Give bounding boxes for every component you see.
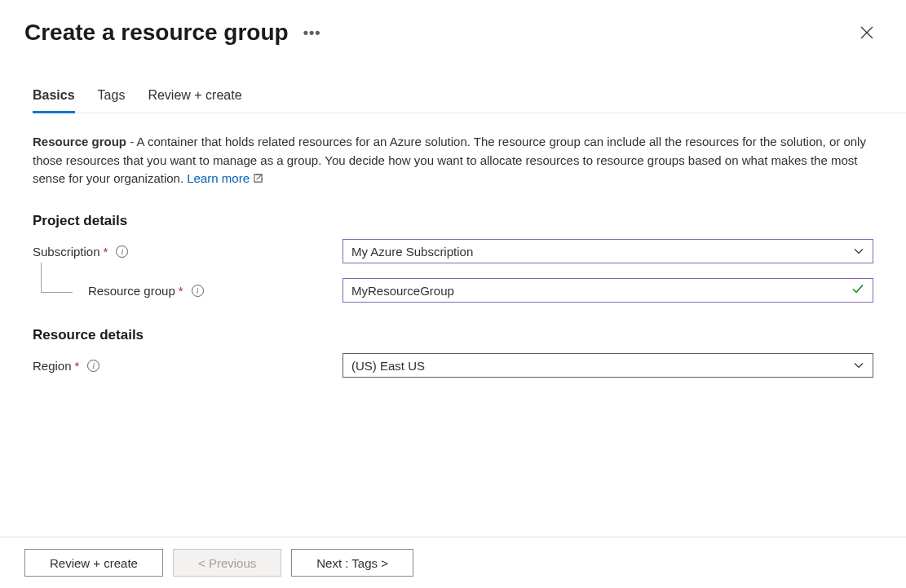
resource-details-heading: Resource details	[33, 327, 873, 343]
learn-more-link[interactable]: Learn more	[187, 171, 263, 185]
page-title-row: Create a resource group •••	[24, 20, 321, 46]
description-body: - A container that holds related resourc…	[33, 135, 866, 185]
subscription-row: Subscription * i My Azure Subscription	[33, 239, 873, 263]
page-title: Create a resource group	[24, 20, 289, 46]
resource-group-value: MyResourceGroup	[351, 284, 454, 298]
description-text: Resource group - A container that holds …	[33, 133, 873, 188]
ellipsis-icon[interactable]: •••	[303, 24, 321, 42]
required-asterisk: *	[75, 359, 80, 373]
subscription-select[interactable]: My Azure Subscription	[343, 239, 873, 263]
resource-group-row: Resource group * i MyResourceGroup	[33, 278, 873, 303]
required-asterisk: *	[104, 245, 108, 259]
region-value: (US) East US	[351, 359, 425, 373]
description-bold: Resource group	[33, 135, 126, 148]
resource-group-input[interactable]: MyResourceGroup	[343, 278, 873, 303]
info-icon[interactable]: i	[87, 360, 99, 372]
tab-tags[interactable]: Tags	[98, 88, 126, 113]
project-details-heading: Project details	[33, 213, 873, 229]
footer-bar: Review + create < Previous Next : Tags >	[0, 537, 906, 588]
region-label: Region * i	[33, 359, 343, 373]
external-link-icon	[253, 170, 263, 189]
resource-group-label-text: Resource group	[88, 284, 175, 298]
checkmark-icon	[851, 284, 864, 298]
info-icon[interactable]: i	[192, 285, 204, 297]
required-asterisk: *	[179, 284, 183, 298]
resource-group-label: Resource group * i	[33, 284, 343, 298]
region-label-text: Region	[33, 359, 72, 373]
learn-more-text: Learn more	[187, 171, 250, 185]
region-row: Region * i (US) East US	[33, 353, 873, 378]
info-icon[interactable]: i	[116, 245, 128, 258]
chevron-down-icon	[853, 245, 864, 259]
content-area: Resource group - A container that holds …	[0, 113, 906, 378]
next-button[interactable]: Next : Tags >	[291, 549, 413, 577]
review-create-button[interactable]: Review + create	[24, 549, 163, 577]
page-header: Create a resource group •••	[0, 0, 906, 46]
previous-button: < Previous	[173, 549, 281, 577]
tab-basics[interactable]: Basics	[33, 88, 75, 113]
tab-bar: Basics Tags Review + create	[33, 88, 906, 113]
subscription-value: My Azure Subscription	[351, 245, 473, 259]
close-icon[interactable]	[857, 23, 877, 42]
subscription-label-text: Subscription	[33, 245, 100, 259]
chevron-down-icon	[853, 359, 864, 373]
region-select[interactable]: (US) East US	[343, 353, 873, 378]
subscription-label: Subscription * i	[33, 245, 343, 259]
tab-review[interactable]: Review + create	[148, 88, 241, 113]
